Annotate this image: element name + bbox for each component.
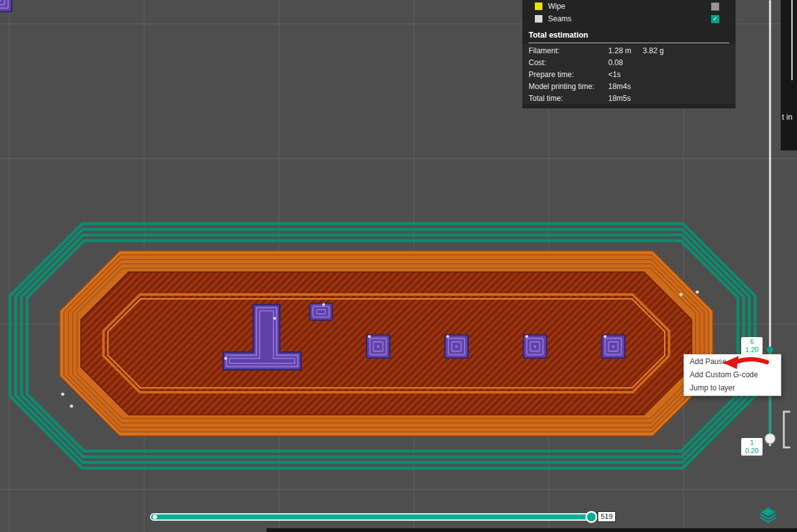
- side-panel-edge: t in: [781, 0, 797, 150]
- model-square: [602, 335, 625, 358]
- side-panel-cutoff-text: t in: [782, 113, 793, 122]
- model-square: [0, 0, 12, 12]
- move-slider-start-cap: [152, 514, 157, 519]
- seams-visibility-checkbox[interactable]: ✓: [711, 15, 719, 23]
- model-square: [445, 335, 468, 358]
- menu-item-add-pause[interactable]: Add Pause: [684, 355, 781, 368]
- stat-extra: 3.82 g: [643, 46, 729, 55]
- divider: [529, 43, 729, 43]
- legend-item-seams[interactable]: Seams ✓: [522, 13, 736, 25]
- lower-layer-number: 1: [741, 439, 763, 447]
- model-square: [367, 335, 390, 358]
- total-estimation-title: Total estimation: [522, 25, 736, 43]
- stat-extra: [643, 58, 729, 67]
- bottom-status-strip: [267, 528, 797, 532]
- layer-slider-lower-handle[interactable]: [765, 434, 775, 444]
- model-square: [524, 335, 547, 358]
- stat-value: 1.28 m: [608, 46, 643, 55]
- stat-extra: [643, 70, 729, 79]
- stat-extra: [643, 82, 729, 91]
- legend-item-wipe[interactable]: Wipe: [522, 0, 736, 13]
- model-small-tab: [310, 303, 332, 320]
- stat-label: Total time:: [529, 94, 608, 103]
- horizontal-move-slider[interactable]: [150, 512, 596, 522]
- menu-item-add-custom-gcode[interactable]: Add Custom G-code: [684, 368, 781, 382]
- stat-value: 18m5s: [608, 94, 643, 103]
- menu-item-jump-to-layer[interactable]: Jump to layer: [684, 382, 781, 395]
- stat-label: Prepare time:: [529, 70, 608, 79]
- stat-label: Model printing time:: [529, 82, 608, 91]
- stat-label: Cost:: [529, 58, 608, 67]
- legend-item-label: Seams: [548, 14, 571, 23]
- wipe-visibility-checkbox[interactable]: [711, 3, 719, 11]
- seams-color-swatch: [535, 15, 542, 23]
- side-scrollbar[interactable]: [791, 0, 793, 80]
- layer-slider-context-menu: Add Pause Add Custom G-code Jump to laye…: [684, 354, 781, 396]
- stat-value: 0.08: [608, 58, 643, 67]
- move-slider-track[interactable]: [150, 514, 596, 520]
- move-slider-value: 519: [598, 511, 616, 522]
- stat-row-cost: Cost: 0.08: [522, 56, 736, 68]
- wipe-color-swatch: [535, 3, 542, 10]
- stat-extra: [643, 94, 729, 103]
- stat-label: Filament:: [529, 46, 608, 55]
- layer-slider-upper-handle[interactable]: [767, 347, 773, 353]
- stat-row-filament: Filament: 1.28 m 3.82 g: [522, 44, 736, 56]
- gcode-legend-panel: Wipe Seams ✓ Total estimation Filament: …: [522, 0, 736, 108]
- stat-row-model-printing-time: Model printing time: 18m4s: [522, 80, 736, 92]
- stat-row-total-time: Total time: 18m5s: [522, 92, 736, 104]
- layer-slider-upper-label: 6 1.20: [741, 337, 763, 355]
- lower-layer-height: 0.20: [741, 447, 763, 455]
- stat-value: 18m4s: [608, 82, 643, 91]
- stat-row-prepare-time: Prepare time: <1s: [522, 68, 736, 80]
- move-slider-handle[interactable]: [586, 512, 596, 522]
- slicer-preview-window: Wipe Seams ✓ Total estimation Filament: …: [0, 0, 797, 532]
- stat-value: <1s: [608, 70, 643, 79]
- upper-layer-number: 6: [741, 338, 763, 346]
- layer-slider-lower-label: 1 0.20: [741, 438, 763, 456]
- upper-layer-height: 1.20: [741, 346, 763, 354]
- legend-item-label: Wipe: [548, 2, 565, 11]
